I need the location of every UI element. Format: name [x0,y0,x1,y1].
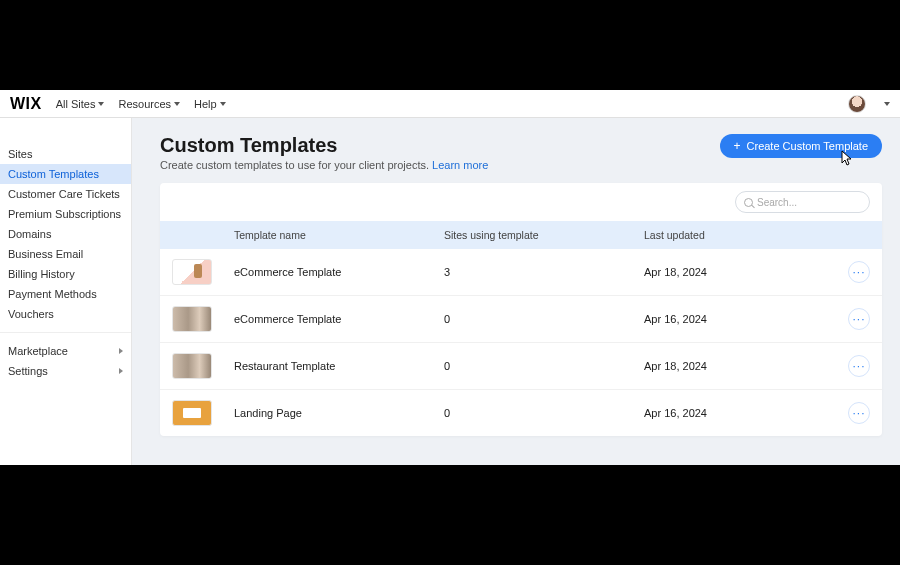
sidebar-item-label: Billing History [8,268,75,280]
last-updated: Apr 18, 2024 [644,360,830,372]
sidebar: Sites Custom Templates Customer Care Tic… [0,118,132,465]
table-row[interactable]: Landing Page0Apr 16, 2024··· [160,390,882,436]
divider [0,332,131,333]
template-thumbnail [172,400,212,426]
table-row[interactable]: Restaurant Template0Apr 18, 2024··· [160,343,882,390]
chevron-right-icon [119,368,123,374]
sidebar-item-vouchers[interactable]: Vouchers [0,304,131,324]
sites-count: 0 [444,313,644,325]
search-input[interactable]: Search... [735,191,870,213]
search-icon [744,198,753,207]
table-row[interactable]: eCommerce Template0Apr 16, 2024··· [160,296,882,343]
plus-icon: + [734,140,741,152]
sidebar-item-tickets[interactable]: Customer Care Tickets [0,184,131,204]
templates-panel: Search... Template name Sites using temp… [160,183,882,436]
sidebar-item-label: Payment Methods [8,288,97,300]
page-subtitle: Create custom templates to use for your … [160,159,488,171]
sites-count: 0 [444,407,644,419]
col-header-sites: Sites using template [444,229,644,241]
sidebar-item-label: Custom Templates [8,168,99,180]
topbar-item-label: All Sites [56,98,96,110]
button-label: Create Custom Template [747,140,868,152]
chevron-down-icon [174,102,180,106]
sidebar-item-premium[interactable]: Premium Subscriptions [0,204,131,224]
sidebar-item-marketplace[interactable]: Marketplace [0,341,131,361]
chevron-down-icon [884,102,890,106]
sidebar-item-label: Domains [8,228,51,240]
template-name: Restaurant Template [234,360,444,372]
sidebar-item-domains[interactable]: Domains [0,224,131,244]
sidebar-item-sites[interactable]: Sites [0,144,131,164]
sidebar-item-payment[interactable]: Payment Methods [0,284,131,304]
create-template-button[interactable]: + Create Custom Template [720,134,882,158]
sidebar-item-billing[interactable]: Billing History [0,264,131,284]
subtitle-text: Create custom templates to use for your … [160,159,432,171]
template-name: Landing Page [234,407,444,419]
sidebar-item-label: Settings [8,365,48,377]
learn-more-link[interactable]: Learn more [432,159,488,171]
sidebar-item-business-email[interactable]: Business Email [0,244,131,264]
topbar-all-sites[interactable]: All Sites [56,98,105,110]
page-header: Custom Templates Create custom templates… [160,134,882,171]
last-updated: Apr 18, 2024 [644,266,830,278]
main-area: Sites Custom Templates Customer Care Tic… [0,118,900,465]
last-updated: Apr 16, 2024 [644,407,830,419]
avatar[interactable] [848,95,866,113]
chevron-down-icon [220,102,226,106]
table-row[interactable]: eCommerce Template3Apr 18, 2024··· [160,249,882,296]
cursor-pointer-icon [838,150,854,172]
template-thumbnail [172,306,212,332]
more-actions-button[interactable]: ··· [848,308,870,330]
topbar-item-label: Resources [118,98,171,110]
search-placeholder: Search... [757,197,797,208]
template-name: eCommerce Template [234,313,444,325]
more-actions-button[interactable]: ··· [848,402,870,424]
sidebar-item-label: Sites [8,148,32,160]
table-body: eCommerce Template3Apr 18, 2024···eComme… [160,249,882,436]
sidebar-item-settings[interactable]: Settings [0,361,131,381]
more-actions-button[interactable]: ··· [848,261,870,283]
table-header: Template name Sites using template Last … [160,221,882,249]
topbar-help[interactable]: Help [194,98,226,110]
sidebar-item-label: Premium Subscriptions [8,208,121,220]
chevron-down-icon [98,102,104,106]
panel-toolbar: Search... [160,183,882,221]
logo: WIX [10,95,42,113]
col-header-name: Template name [234,229,444,241]
topbar-resources[interactable]: Resources [118,98,180,110]
sidebar-item-label: Vouchers [8,308,54,320]
sidebar-item-label: Marketplace [8,345,68,357]
template-thumbnail [172,353,212,379]
chevron-right-icon [119,348,123,354]
template-thumbnail [172,259,212,285]
sidebar-item-label: Business Email [8,248,83,260]
last-updated: Apr 16, 2024 [644,313,830,325]
more-actions-button[interactable]: ··· [848,355,870,377]
sites-count: 3 [444,266,644,278]
col-header-updated: Last updated [644,229,830,241]
topbar: WIX All Sites Resources Help [0,90,900,118]
template-name: eCommerce Template [234,266,444,278]
app-window: WIX All Sites Resources Help Sites Custo… [0,90,900,465]
sidebar-item-label: Customer Care Tickets [8,188,120,200]
content: Custom Templates Create custom templates… [132,118,900,465]
sidebar-item-custom-templates[interactable]: Custom Templates [0,164,131,184]
page-title: Custom Templates [160,134,488,157]
topbar-item-label: Help [194,98,217,110]
sites-count: 0 [444,360,644,372]
